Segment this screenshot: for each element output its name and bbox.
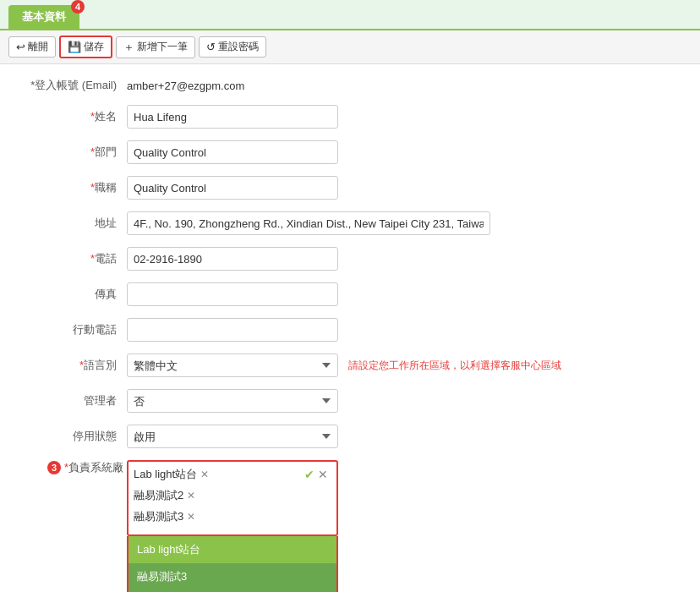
tab-basic-info[interactable]: 基本資料 4 [8,5,79,29]
dropdown-item-1[interactable]: Lab light站台 [129,536,336,563]
tag-row-2: 融易測試2 ✕ [134,486,331,505]
tag-remove-3[interactable]: ✕ [187,511,195,523]
tab-bar: 基本資料 4 [0,0,700,30]
title-input[interactable] [127,176,338,200]
tag-label-2: 融易測試2 [134,488,183,503]
phone-row: *電話 [17,247,683,271]
tag-item-2: 融易測試2 ✕ [134,486,195,505]
email-value: amber+27@ezgpm.com [127,79,244,92]
language-select[interactable]: 繁體中文 English 简体中文 [127,354,338,377]
fax-label: 傳真 [17,287,127,302]
name-label: **姓名姓名 [17,109,127,124]
tag-remove-2[interactable]: ✕ [187,490,195,502]
address-input[interactable] [127,211,490,235]
tag-item-3: 融易測試3 ✕ [134,507,195,526]
tag-item-1: Lab light站台 ✕ [134,465,209,484]
save-label: 儲存 [84,40,104,54]
dropdown-item-2[interactable]: 融易測試3 [129,563,336,590]
save-button[interactable]: 💾 儲存 [59,36,112,58]
tag-remove-1[interactable]: ✕ [200,469,209,480]
toolbar: ↩ 離開 💾 儲存 ＋ 新增下一筆 ↺ 重設密碼 [0,30,700,64]
tab-badge: 4 [71,0,85,14]
tag-confirm-icon[interactable]: ✔ [304,468,314,481]
add-next-label: 新增下一筆 [137,40,188,54]
leave-icon: ↩ [16,41,25,53]
admin-select[interactable]: 否 是 [127,389,338,413]
language-hint: 請設定您工作所在區域，以利選擇客服中心區域 [348,359,561,373]
mobile-label: 行動電話 [17,322,127,337]
language-row: *語言別 繁體中文 English 简体中文 請設定您工作所在區域，以利選擇客服… [17,354,683,377]
multi-select-box: Lab light站台 ✕ ✔ ✕ 融易測試2 ✕ [127,460,338,536]
system-label: *負責系統廠 [64,460,123,475]
save-icon: 💾 [68,41,81,53]
status-row: 停用狀態 啟用 停用 [17,425,683,448]
status-label: 停用狀態 [17,429,127,444]
mobile-input[interactable] [127,318,338,342]
status-select[interactable]: 啟用 停用 [127,425,338,448]
dropdown-list: Lab light站台 融易測試3 融易測試2 [127,536,338,592]
leave-label: 離開 [28,40,48,54]
language-label: *語言別 [17,358,127,373]
tab-label: 基本資料 [22,10,66,23]
dept-row: *部門 [17,140,683,164]
tag-label-3: 融易測試3 [134,509,183,524]
mobile-row: 行動電話 [17,318,683,342]
fax-row: 傳真 [17,282,683,306]
main-content: *登入帳號 (Email) amber+27@ezgpm.com **姓名姓名 … [0,64,700,592]
tag-cancel-icon[interactable]: ✕ [318,468,328,481]
name-input[interactable] [127,105,338,129]
phone-label: *電話 [17,251,127,266]
address-label: 地址 [17,216,127,231]
tag-row-1: Lab light站台 ✕ ✔ ✕ [134,465,331,484]
tag-row-3: 融易測試3 ✕ [134,507,331,526]
email-row: *登入帳號 (Email) amber+27@ezgpm.com [17,78,683,93]
tag-label-1: Lab light站台 [134,467,197,482]
email-label: *登入帳號 (Email) [17,78,127,93]
dept-label: *部門 [17,145,127,160]
add-next-button[interactable]: ＋ 新增下一筆 [116,36,195,58]
phone-input[interactable] [127,247,338,271]
fax-input[interactable] [127,282,338,306]
leave-button[interactable]: ↩ 離開 [8,36,56,58]
tag-actions: ✔ ✕ [304,468,331,481]
system-label-area: 3 *負責系統廠 [17,460,127,475]
title-row: *職稱 [17,176,683,200]
dept-input[interactable] [127,140,338,164]
tags-area: Lab light站台 ✕ ✔ ✕ 融易測試2 ✕ [129,462,336,529]
tag-search-input[interactable] [260,511,328,523]
admin-label: 管理者 [17,393,127,408]
system-select-container: Lab light站台 ✕ ✔ ✕ 融易測試2 ✕ [127,460,338,592]
admin-row: 管理者 否 是 [17,389,683,413]
address-row: 地址 [17,211,683,235]
reset-icon: ↺ [206,41,216,53]
system-badge: 3 [47,461,61,474]
tag-input-row [257,509,331,525]
name-row: **姓名姓名 [17,105,683,129]
title-label: *職稱 [17,180,127,195]
reset-password-label: 重設密碼 [218,40,259,54]
system-row: 3 *負責系統廠 Lab light站台 ✕ ✔ ✕ [17,460,683,592]
reset-password-button[interactable]: ↺ 重設密碼 [199,36,266,58]
add-icon: ＋ [123,40,134,55]
